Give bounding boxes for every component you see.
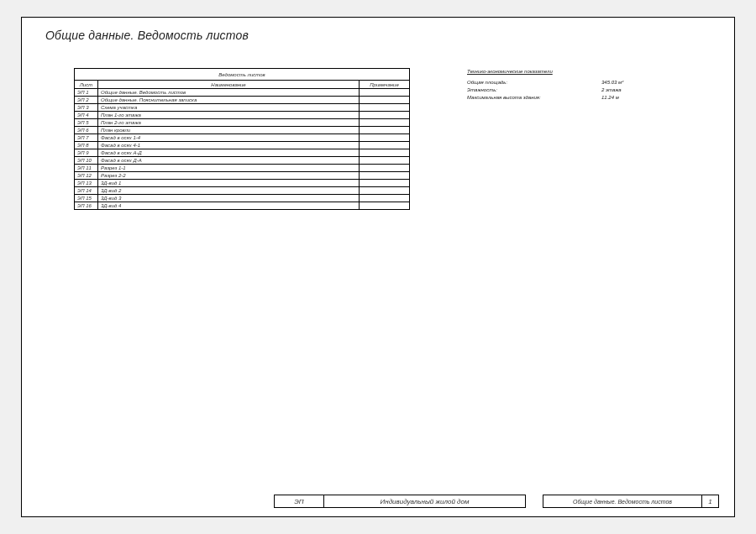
cell-name: Фасад в осях А-Д [97,149,359,157]
cell-num: ЭП 13 [75,180,98,187]
cell-name: Общие данные. Ведомость листов [97,89,359,97]
table-row: ЭП 133Д-вид 1 [75,180,410,187]
cell-name: 3Д-вид 3 [97,195,359,202]
cell-name: Фасад в осях 1-4 [97,134,359,142]
table-row: ЭП 12Разрез 2-2 [75,172,410,180]
cell-name: 3Д-вид 2 [97,187,359,195]
cell-name: 3Д-вид 1 [97,180,359,187]
table-row: ЭП 6План кровли [75,127,410,134]
table-row: ЭП 7Фасад в осях 1-4 [75,134,410,142]
cell-name: Схема участка [97,104,359,112]
cell-num: ЭП 2 [75,97,98,104]
tech-label: Максимальная высота здания: [467,94,601,102]
sheet-list-table: Ведомость листов Лист Наименование Приме… [74,68,410,210]
tech-value: 11.24 м [601,94,619,102]
cell-note [360,134,410,142]
cell-note [360,172,410,180]
header-num: Лист [75,81,98,89]
tb-project: Индивидуальный жилой дом [324,495,526,508]
tech-label: Этажность: [467,86,601,94]
cell-note [360,104,410,112]
table-row: ЭП 3Схема участка [75,104,410,112]
table-row: ЭП 4План 1-го этажа [75,112,410,119]
header-name: Наименование [97,81,359,89]
cell-note [360,89,410,97]
cell-num: ЭП 11 [75,165,98,172]
cell-num: ЭП 3 [75,104,98,112]
table-row: ЭП 8Фасад в осях 4-1 [75,142,410,149]
cell-num: ЭП 7 [75,134,98,142]
table-title: Ведомость листов [75,69,410,81]
tech-value: 2 этажа [601,86,622,94]
tb-sheet-name: Общие данные. Ведомость листов [543,495,702,508]
cell-num: ЭП 1 [75,89,98,97]
cell-name: Фасад в осях 4-1 [97,142,359,149]
tech-row: Общая площадь:345.03 м² [467,79,623,86]
page-title: Общие данные. Ведомость листов [45,29,249,42]
table-row: ЭП 9Фасад в осях А-Д [75,149,410,157]
cell-note [360,97,410,104]
cell-note [360,180,410,187]
tech-value: 345.03 м² [601,79,623,86]
title-block: ЭП Индивидуальный жилой дом Общие данные… [274,495,719,508]
table-row: ЭП 163Д-вид 4 [75,202,410,210]
cell-note [360,187,410,195]
table-row: ЭП 1Общие данные. Ведомость листов [75,89,410,97]
cell-num: ЭП 12 [75,172,98,180]
tech-title: Технико-экономические показатели [467,68,623,76]
cell-name: 3Д-вид 4 [97,202,359,210]
cell-name: Разрез 1-1 [97,165,359,172]
tech-indicators: Технико-экономические показатели Общая п… [467,68,623,102]
header-note: Примечание [360,81,410,89]
cell-note [360,149,410,157]
cell-note [360,127,410,134]
table-row: ЭП 143Д-вид 2 [75,187,410,195]
table-title-row: Ведомость листов [75,69,410,81]
cell-name: Разрез 2-2 [97,172,359,180]
table-row: ЭП 153Д-вид 3 [75,195,410,202]
cell-note [360,157,410,165]
cell-num: ЭП 10 [75,157,98,165]
cell-num: ЭП 9 [75,149,98,157]
table-row: ЭП 10Фасад в осях Д-А [75,157,410,165]
cell-note [360,195,410,202]
cell-num: ЭП 16 [75,202,98,210]
cell-note [360,165,410,172]
cell-note [360,142,410,149]
table-header-row: Лист Наименование Примечание [75,81,410,89]
table-row: ЭП 5План 2-го этажа [75,119,410,127]
cell-note [360,202,410,210]
cell-name: Общие данные. Пояснительная записка [97,97,359,104]
cell-num: ЭП 14 [75,187,98,195]
cell-name: Фасад в осях Д-А [97,157,359,165]
tb-code: ЭП [274,495,324,508]
tech-row: Этажность:2 этажа [467,86,623,94]
cell-note [360,119,410,127]
table-row: ЭП 2Общие данные. Пояснительная записка [75,97,410,104]
cell-num: ЭП 15 [75,195,98,202]
tech-row: Максимальная высота здания:11.24 м [467,94,623,102]
cell-name: План 1-го этажа [97,112,359,119]
tb-spacer [526,495,543,508]
cell-note [360,112,410,119]
cell-num: ЭП 5 [75,119,98,127]
cell-name: План 2-го этажа [97,119,359,127]
tb-page-num: 1 [702,495,719,508]
cell-num: ЭП 4 [75,112,98,119]
cell-num: ЭП 6 [75,127,98,134]
cell-num: ЭП 8 [75,142,98,149]
tech-label: Общая площадь: [467,79,601,86]
cell-name: План кровли [97,127,359,134]
drawing-sheet: Общие данные. Ведомость листов Ведомость… [21,17,735,517]
table-row: ЭП 11Разрез 1-1 [75,165,410,172]
